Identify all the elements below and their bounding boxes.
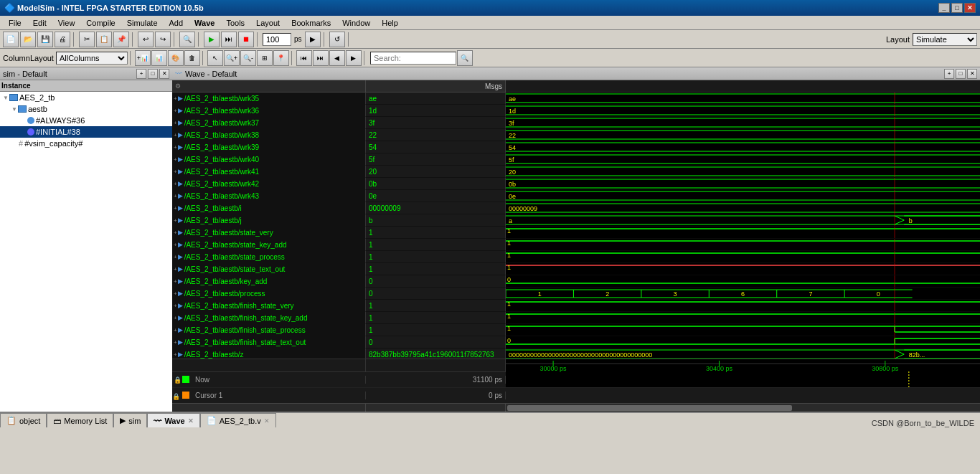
- tab-wave-close[interactable]: ✕: [188, 417, 194, 425]
- tb-stop[interactable]: ⏹: [238, 32, 254, 47]
- tab-sim[interactable]: ▶ sim: [113, 413, 147, 427]
- tb-prev-trans[interactable]: ⏮: [296, 50, 312, 66]
- signal-row-18[interactable]: +▶/AES_2_tb/aestb/finish_state_key_add1 …: [172, 312, 980, 324]
- menu-compile[interactable]: Compile: [80, 17, 121, 29]
- signal-row-17[interactable]: +▶/AES_2_tb/aestb/finish_state_very1 1: [172, 300, 980, 312]
- sim-restore-btn[interactable]: □: [148, 69, 158, 79]
- arrow-icon: ▶: [178, 119, 183, 126]
- wave-restore-btn[interactable]: □: [956, 69, 966, 79]
- hscroll-bar[interactable]: [506, 404, 980, 412]
- signal-row-13[interactable]: +▶/AES_2_tb/aestb/state_process1 1: [172, 251, 980, 263]
- tb-new[interactable]: 📄: [3, 32, 19, 47]
- wave-close-btn[interactable]: ✕: [967, 69, 977, 79]
- wave-cell-9: 00000009: [506, 202, 980, 214]
- tb-copy[interactable]: 📋: [96, 32, 112, 47]
- signal-row-5[interactable]: +▶/AES_2_tb/aestb/wrk405f 5f: [172, 153, 980, 166]
- menu-layout[interactable]: Layout: [250, 17, 286, 29]
- layout-select[interactable]: Simulate: [913, 33, 977, 46]
- signal-row-4[interactable]: +▶/AES_2_tb/aestb/wrk3954 54: [172, 141, 980, 153]
- tb-add-wave[interactable]: +📊: [135, 50, 151, 66]
- tb-scroll-right[interactable]: ▶: [346, 50, 362, 66]
- menu-view[interactable]: View: [52, 17, 81, 29]
- signal-row-16[interactable]: +▶/AES_2_tb/aestb/process0123670: [172, 288, 980, 300]
- tree-item-aes2tb[interactable]: ▼ AES_2_tb: [0, 92, 172, 103]
- signal-row-14[interactable]: +▶/AES_2_tb/aestb/state_text_out1 1: [172, 263, 980, 275]
- tb-zoom-out[interactable]: 🔍-: [240, 50, 256, 66]
- tab-wave[interactable]: 〰 Wave ✕: [147, 413, 199, 427]
- tb-scroll-left[interactable]: ◀: [329, 50, 345, 66]
- wave-cell-1: 1d: [506, 105, 980, 117]
- signal-row-9[interactable]: +▶/AES_2_tb/aestb/i00000009 00000009: [172, 202, 980, 214]
- tree-item-initial38[interactable]: #INITIAL#38: [0, 126, 172, 138]
- signal-row-3[interactable]: +▶/AES_2_tb/aestb/wrk3822 22: [172, 129, 980, 141]
- hscroll-thumb[interactable]: [507, 405, 792, 411]
- menu-bookmarks[interactable]: Bookmarks: [286, 17, 336, 29]
- tb-open[interactable]: 📂: [20, 32, 36, 47]
- tree-item-aestb[interactable]: ▼ aestb: [0, 103, 172, 115]
- wave-search-input[interactable]: [370, 52, 456, 65]
- menu-add[interactable]: Add: [164, 17, 189, 29]
- maximize-btn[interactable]: □: [951, 3, 963, 13]
- signal-row-12[interactable]: +▶/AES_2_tb/aestb/state_key_add1 1: [172, 239, 980, 251]
- tb-restart[interactable]: ↺: [329, 32, 345, 47]
- col-layout-select[interactable]: AllColumns: [56, 52, 128, 65]
- tb-save[interactable]: 💾: [37, 32, 53, 47]
- sim-close-btn[interactable]: ✕: [159, 69, 169, 79]
- tab-object[interactable]: 📋 object: [0, 413, 47, 427]
- tb-redo[interactable]: ↪: [155, 32, 171, 47]
- signal-row-15[interactable]: +▶/AES_2_tb/aestb/key_add0 0: [172, 275, 980, 288]
- tb-paste[interactable]: 📌: [113, 32, 129, 47]
- menu-edit[interactable]: Edit: [27, 17, 52, 29]
- sig-name-cell-12: +▶/AES_2_tb/aestb/state_key_add: [172, 239, 366, 251]
- tb-marker[interactable]: 📍: [273, 50, 289, 66]
- signal-row-0[interactable]: +▶/AES_2_tb/aestb/wrk35ae ae: [172, 93, 980, 105]
- menu-help[interactable]: Help: [376, 17, 404, 29]
- menu-window[interactable]: Window: [336, 17, 376, 29]
- tb-run[interactable]: ▶: [204, 32, 220, 47]
- signal-row-11[interactable]: +▶/AES_2_tb/aestb/state_very1 1: [172, 227, 980, 239]
- wave-cell-4: 54: [506, 141, 980, 153]
- close-btn[interactable]: ✕: [964, 3, 976, 13]
- tb-step[interactable]: ⏭: [221, 32, 237, 47]
- tab-memory-list[interactable]: 🗃 Memory List: [47, 413, 113, 427]
- tb-search-go[interactable]: 🔍: [457, 50, 473, 66]
- tb-zoom-in[interactable]: 🔍+: [224, 50, 240, 66]
- tb-cursor-sel[interactable]: ↖: [207, 50, 223, 66]
- signal-row-19[interactable]: +▶/AES_2_tb/aestb/finish_state_process1 …: [172, 324, 980, 336]
- tb-run-time[interactable]: ▶: [305, 32, 321, 47]
- menu-file[interactable]: File: [3, 17, 27, 29]
- sep2: [132, 32, 135, 47]
- tb-find[interactable]: 🔍: [179, 32, 195, 47]
- signal-row-8[interactable]: +▶/AES_2_tb/aestb/wrk430e 0e: [172, 190, 980, 202]
- signal-row-6[interactable]: +▶/AES_2_tb/aestb/wrk4120 20: [172, 166, 980, 178]
- tb-wave-color[interactable]: 🎨: [168, 50, 184, 66]
- wave-expand-btn[interactable]: +: [944, 69, 954, 79]
- menu-wave[interactable]: Wave: [189, 17, 220, 29]
- signal-row-10[interactable]: +▶/AES_2_tb/aestb/jb a b: [172, 214, 980, 227]
- tree-item-vsim[interactable]: # #vsim_capacity#: [0, 138, 172, 149]
- tab-aes2tb-close[interactable]: ✕: [264, 417, 270, 425]
- tb-print[interactable]: 🖨: [55, 32, 70, 47]
- signal-row-21[interactable]: +▶/AES_2_tb/aestb/z82b387bb39795a41c1960…: [172, 349, 980, 359]
- cursor-color-icon: [182, 392, 192, 400]
- menu-tools[interactable]: Tools: [220, 17, 250, 29]
- tb-undo[interactable]: ↩: [138, 32, 154, 47]
- sim-tree: ▼ AES_2_tb ▼ aestb #ALWAYS#36 #INITIAL#3…: [0, 92, 172, 412]
- tb-next-trans[interactable]: ⏭: [313, 50, 329, 66]
- tab-aes2tb[interactable]: 📄 AES_2_tb.v ✕: [200, 413, 276, 427]
- tb-cut[interactable]: ✂: [79, 32, 95, 47]
- tb-zoom-full[interactable]: ⊞: [257, 50, 273, 66]
- tb-wave-fmt[interactable]: 📊: [151, 50, 167, 66]
- wave-cell-14: 1: [506, 263, 980, 275]
- signal-row-2[interactable]: +▶/AES_2_tb/aestb/wrk373f 3f: [172, 117, 980, 129]
- signal-row-20[interactable]: +▶/AES_2_tb/aestb/finish_state_text_out0…: [172, 336, 980, 349]
- minimize-btn[interactable]: _: [938, 3, 950, 13]
- tb-wave-del[interactable]: 🗑: [184, 50, 200, 66]
- time-ruler-row: 30000 ps 30400 ps 30800 ps: [172, 359, 980, 371]
- menu-simulate[interactable]: Simulate: [121, 17, 164, 29]
- sim-expand-btn[interactable]: +: [136, 69, 146, 79]
- tree-item-always36[interactable]: #ALWAYS#36: [0, 115, 172, 126]
- sim-time-input[interactable]: [263, 33, 291, 46]
- signal-row-1[interactable]: +▶/AES_2_tb/aestb/wrk361d 1d: [172, 105, 980, 117]
- signal-row-7[interactable]: +▶/AES_2_tb/aestb/wrk420b 0b: [172, 178, 980, 190]
